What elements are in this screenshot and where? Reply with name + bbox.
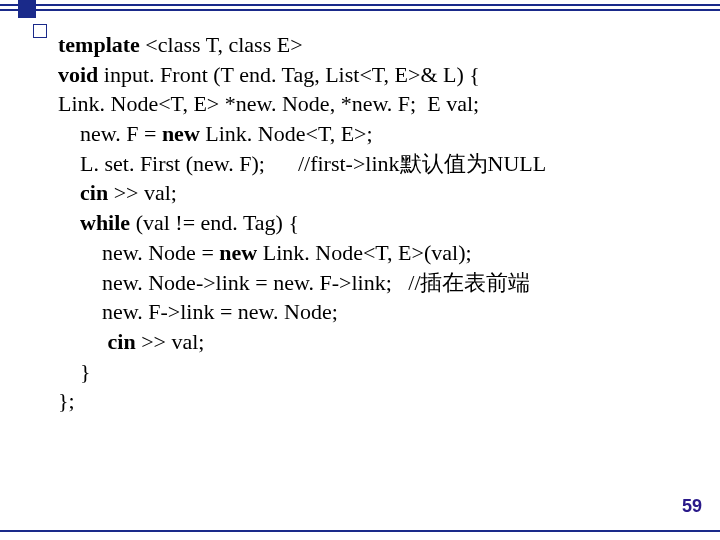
kw-template: template bbox=[58, 32, 145, 57]
code-line-6: cin >> val; bbox=[58, 178, 690, 208]
kw-cin: cin bbox=[102, 329, 141, 354]
header-decoration bbox=[0, 0, 720, 22]
code-line-12: } bbox=[58, 357, 690, 387]
header-line-top bbox=[0, 4, 720, 6]
header-square-icon bbox=[18, 0, 36, 18]
code-line-8: new. Node = new Link. Node<T, E>(val); bbox=[58, 238, 690, 268]
code-line-11: cin >> val; bbox=[58, 327, 690, 357]
code-line-5: L. set. First (new. F); //first->link默认值… bbox=[58, 149, 690, 179]
code-line-10: new. F->link = new. Node; bbox=[58, 297, 690, 327]
code-line-13: }; bbox=[58, 386, 690, 416]
code-line-2: void input. Front (T end. Tag, List<T, E… bbox=[58, 60, 690, 90]
code-block: template <class T, class E> void input. … bbox=[58, 30, 690, 416]
code-line-3: Link. Node<T, E> *new. Node, *new. F; E … bbox=[58, 89, 690, 119]
kw-new: new bbox=[219, 240, 262, 265]
kw-void: void bbox=[58, 62, 104, 87]
kw-cin: cin bbox=[80, 180, 114, 205]
kw-new: new bbox=[162, 121, 205, 146]
code-line-4: new. F = new Link. Node<T, E>; bbox=[58, 119, 690, 149]
page-number: 59 bbox=[682, 494, 702, 518]
kw-while: while bbox=[80, 210, 136, 235]
footer-line bbox=[0, 530, 720, 532]
header-line-bottom bbox=[0, 9, 720, 11]
code-line-7: while (val != end. Tag) { bbox=[58, 208, 690, 238]
header-small-square-icon bbox=[33, 24, 47, 38]
code-line-1: template <class T, class E> bbox=[58, 30, 690, 60]
code-line-9: new. Node->link = new. F->link; //插在表前端 bbox=[58, 268, 690, 298]
